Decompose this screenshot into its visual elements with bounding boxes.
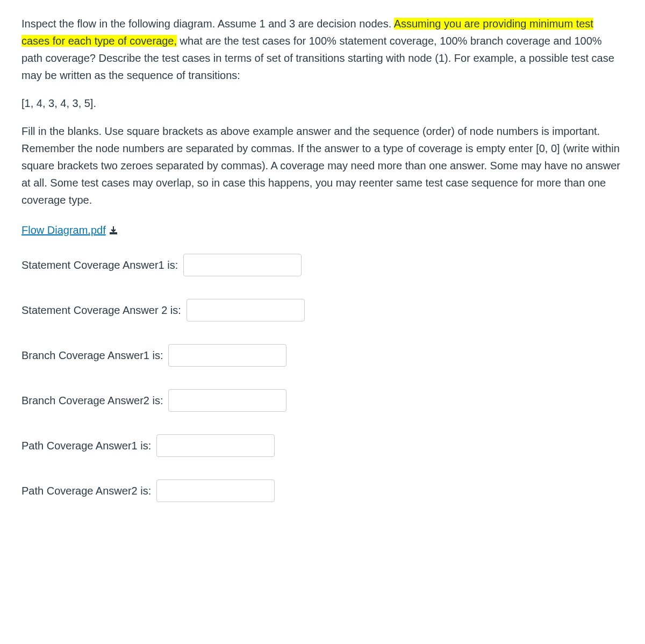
example-sequence: [1, 4, 3, 4, 3, 5].: [22, 95, 624, 112]
question-body: Inspect the flow in the following diagra…: [22, 15, 624, 209]
statement-coverage-answer2-label: Statement Coverage Answer 2 is:: [22, 302, 181, 319]
path-coverage-answer2-label: Path Coverage Answer2 is:: [22, 482, 151, 499]
statement-coverage-answer1-input[interactable]: [183, 254, 302, 276]
attachment-label: Flow Diagram.pdf: [22, 221, 106, 239]
branch-coverage-answer2-input[interactable]: [168, 389, 286, 412]
branch-coverage-answer2-row: Branch Coverage Answer2 is:: [22, 389, 624, 412]
statement-coverage-answer2-row: Statement Coverage Answer 2 is:: [22, 299, 624, 321]
branch-coverage-answer1-label: Branch Coverage Answer1 is:: [22, 347, 163, 364]
statement-coverage-answer2-input[interactable]: [187, 299, 305, 321]
instructions: Fill in the blanks. Use square brackets …: [22, 123, 624, 209]
path-coverage-answer2-row: Path Coverage Answer2 is:: [22, 480, 624, 502]
statement-coverage-answer1-label: Statement Coverage Answer1 is:: [22, 256, 178, 274]
statement-coverage-answer1-row: Statement Coverage Answer1 is:: [22, 254, 624, 276]
path-coverage-answer2-input[interactable]: [156, 480, 275, 502]
branch-coverage-answer1-row: Branch Coverage Answer1 is:: [22, 344, 624, 367]
attachment-link[interactable]: Flow Diagram.pdf: [22, 221, 118, 239]
branch-coverage-answer2-label: Branch Coverage Answer2 is:: [22, 392, 163, 409]
path-coverage-answer1-row: Path Coverage Answer1 is:: [22, 434, 624, 457]
download-icon: [109, 226, 118, 234]
intro-before-highlight: Inspect the flow in the following diagra…: [22, 18, 394, 30]
question-intro: Inspect the flow in the following diagra…: [22, 15, 624, 84]
path-coverage-answer1-label: Path Coverage Answer1 is:: [22, 437, 151, 454]
path-coverage-answer1-input[interactable]: [156, 434, 275, 457]
branch-coverage-answer1-input[interactable]: [168, 344, 286, 367]
